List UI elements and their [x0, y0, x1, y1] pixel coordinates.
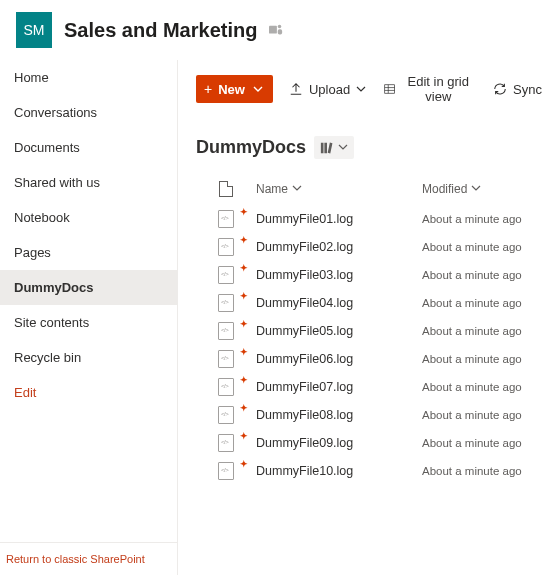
file-name[interactable]: DummyFile05.log	[256, 324, 422, 338]
view-switcher[interactable]	[314, 136, 354, 159]
nav-item-notebook[interactable]: Notebook	[0, 200, 177, 235]
grid-icon	[384, 82, 395, 96]
log-file-icon	[218, 322, 234, 340]
site-header: SM Sales and Marketing	[0, 0, 552, 60]
nav-list: Home Conversations Documents Shared with…	[0, 60, 177, 542]
new-badge-icon: ✦	[240, 207, 248, 217]
file-row[interactable]: ✦DummyFile02.logAbout a minute ago	[178, 233, 552, 261]
file-row[interactable]: ✦DummyFile03.logAbout a minute ago	[178, 261, 552, 289]
file-row[interactable]: ✦DummyFile06.logAbout a minute ago	[178, 345, 552, 373]
library-header: DummyDocs	[178, 118, 552, 173]
file-name[interactable]: DummyFile03.log	[256, 268, 422, 282]
edit-grid-label: Edit in grid view	[401, 74, 475, 104]
nav-item-shared-with-us[interactable]: Shared with us	[0, 165, 177, 200]
file-row[interactable]: ✦DummyFile01.logAbout a minute ago	[178, 205, 552, 233]
log-file-icon	[218, 238, 234, 256]
file-name[interactable]: DummyFile06.log	[256, 352, 422, 366]
file-modified: About a minute ago	[422, 241, 552, 253]
command-bar: + New Upload Edit in grid view Sync	[178, 60, 552, 118]
file-type-cell: ✦	[196, 406, 256, 424]
document-icon	[219, 181, 233, 197]
column-header-type[interactable]	[196, 181, 256, 197]
file-type-cell: ✦	[196, 294, 256, 312]
upload-button[interactable]: Upload	[287, 78, 368, 101]
file-row[interactable]: ✦DummyFile09.logAbout a minute ago	[178, 429, 552, 457]
chevron-down-icon	[471, 182, 481, 196]
edit-grid-button[interactable]: Edit in grid view	[382, 70, 477, 108]
main-content: + New Upload Edit in grid view Sync Dumm…	[178, 60, 552, 575]
new-badge-icon: ✦	[240, 375, 248, 385]
file-type-cell: ✦	[196, 350, 256, 368]
return-classic-link[interactable]: Return to classic SharePoint	[0, 542, 177, 575]
log-file-icon	[218, 434, 234, 452]
nav-item-conversations[interactable]: Conversations	[0, 95, 177, 130]
file-row[interactable]: ✦DummyFile07.logAbout a minute ago	[178, 373, 552, 401]
file-name[interactable]: DummyFile09.log	[256, 436, 422, 450]
upload-label: Upload	[309, 82, 350, 97]
file-type-cell: ✦	[196, 210, 256, 228]
file-row[interactable]: ✦DummyFile08.logAbout a minute ago	[178, 401, 552, 429]
file-type-cell: ✦	[196, 322, 256, 340]
file-modified: About a minute ago	[422, 297, 552, 309]
log-file-icon	[218, 378, 234, 396]
file-name[interactable]: DummyFile04.log	[256, 296, 422, 310]
library-title: DummyDocs	[196, 137, 306, 158]
nav-item-dummydocs[interactable]: DummyDocs	[0, 270, 177, 305]
svg-rect-0	[269, 26, 277, 34]
file-type-cell: ✦	[196, 266, 256, 284]
nav-item-pages[interactable]: Pages	[0, 235, 177, 270]
file-row[interactable]: ✦DummyFile04.logAbout a minute ago	[178, 289, 552, 317]
log-file-icon	[218, 462, 234, 480]
file-type-cell: ✦	[196, 462, 256, 480]
svg-rect-3	[385, 85, 395, 93]
nav-item-edit[interactable]: Edit	[0, 375, 177, 410]
file-name[interactable]: DummyFile10.log	[256, 464, 422, 478]
nav-item-site-contents[interactable]: Site contents	[0, 305, 177, 340]
new-badge-icon: ✦	[240, 263, 248, 273]
log-file-icon	[218, 294, 234, 312]
file-modified: About a minute ago	[422, 465, 552, 477]
file-row[interactable]: ✦DummyFile10.logAbout a minute ago	[178, 457, 552, 485]
teams-icon	[269, 23, 283, 37]
log-file-icon	[218, 210, 234, 228]
site-title: Sales and Marketing	[64, 19, 257, 42]
new-badge-icon: ✦	[240, 347, 248, 357]
sync-button[interactable]: Sync	[491, 78, 544, 101]
site-logo: SM	[16, 12, 52, 48]
sync-label: Sync	[513, 82, 542, 97]
nav-item-home[interactable]: Home	[0, 60, 177, 95]
svg-rect-9	[328, 142, 333, 153]
file-list: ✦DummyFile01.logAbout a minute ago✦Dummy…	[178, 205, 552, 485]
file-modified: About a minute ago	[422, 353, 552, 365]
file-modified: About a minute ago	[422, 325, 552, 337]
column-header-modified[interactable]: Modified	[422, 182, 552, 196]
file-name[interactable]: DummyFile07.log	[256, 380, 422, 394]
log-file-icon	[218, 406, 234, 424]
file-modified: About a minute ago	[422, 213, 552, 225]
file-name[interactable]: DummyFile08.log	[256, 408, 422, 422]
log-file-icon	[218, 350, 234, 368]
file-name[interactable]: DummyFile01.log	[256, 212, 422, 226]
chevron-down-icon	[253, 82, 263, 97]
new-badge-icon: ✦	[240, 291, 248, 301]
svg-rect-8	[324, 142, 327, 153]
new-badge-icon: ✦	[240, 459, 248, 469]
file-row[interactable]: ✦DummyFile05.logAbout a minute ago	[178, 317, 552, 345]
file-modified: About a minute ago	[422, 409, 552, 421]
svg-point-1	[278, 25, 282, 29]
chevron-down-icon	[356, 82, 366, 97]
new-badge-icon: ✦	[240, 235, 248, 245]
new-button[interactable]: + New	[196, 75, 273, 103]
file-type-cell: ✦	[196, 434, 256, 452]
file-name[interactable]: DummyFile02.log	[256, 240, 422, 254]
chevron-down-icon	[292, 182, 302, 196]
nav-item-documents[interactable]: Documents	[0, 130, 177, 165]
svg-rect-7	[321, 142, 324, 153]
file-modified: About a minute ago	[422, 437, 552, 449]
column-header-name[interactable]: Name	[256, 182, 422, 196]
file-type-cell: ✦	[196, 238, 256, 256]
upload-icon	[289, 82, 303, 96]
log-file-icon	[218, 266, 234, 284]
sidebar: Home Conversations Documents Shared with…	[0, 60, 178, 575]
nav-item-recycle-bin[interactable]: Recycle bin	[0, 340, 177, 375]
